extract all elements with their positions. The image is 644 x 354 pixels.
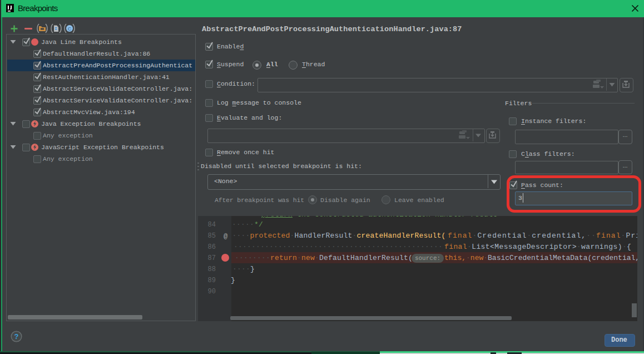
svg-text:C: C: [68, 26, 72, 32]
svg-text:?: ?: [14, 332, 19, 341]
